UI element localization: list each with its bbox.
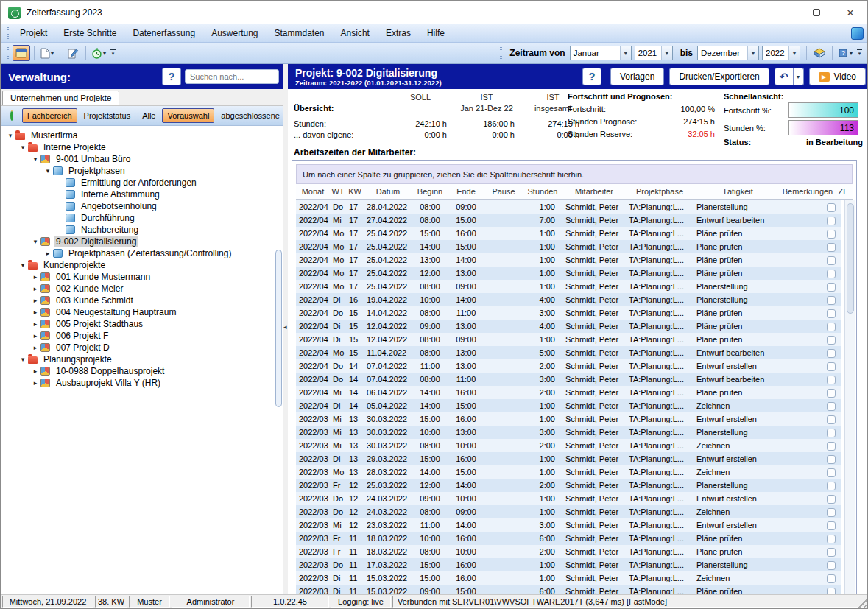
help-button[interactable]: ?	[582, 68, 601, 85]
tree-item[interactable]: Ermittlung der Anforderungen	[1, 177, 283, 189]
tree-expander-icon[interactable]	[30, 332, 40, 339]
tree-expander-icon[interactable]	[18, 144, 28, 151]
drucken-exportieren-button[interactable]: Drucken/Exportieren	[669, 68, 769, 85]
menu-item[interactable]: Stammdaten	[267, 26, 333, 41]
tree-expander-icon[interactable]	[30, 309, 40, 316]
filter-button[interactable]: Alle	[137, 108, 160, 123]
stopwatch-button[interactable]: ▾	[90, 45, 107, 61]
column-header[interactable]: Stunden	[523, 187, 562, 196]
new-document-button[interactable]: ▾	[38, 45, 56, 61]
tree-expander-icon[interactable]	[5, 132, 15, 139]
table-row[interactable]: 2022/04 Do 14 07.04.2022 08:00 11:00 3:0…	[296, 373, 841, 386]
chevron-down-icon[interactable]: ▾	[620, 46, 631, 60]
edit-document-button[interactable]	[64, 45, 82, 61]
zl-checkbox[interactable]	[827, 323, 836, 331]
table-row[interactable]: 2022/03 Mi 12 23.03.2022 11:00 14:00 3:0…	[296, 518, 841, 532]
menu-item[interactable]: Extras	[378, 26, 419, 41]
table-row[interactable]: 2022/04 Mi 17 27.04.2022 08:00 15:00 7:0…	[296, 214, 841, 227]
chevron-down-icon[interactable]: ▾	[661, 46, 672, 60]
tree-item[interactable]: 005 Projekt Stadthaus	[1, 318, 283, 330]
table-row[interactable]: 2022/03 Mi 13 30.03.2022 10:00 13:00 3:0…	[296, 426, 841, 439]
table-row[interactable]: 2022/04 Do 15 14.04.2022 08:00 11:00 3:0…	[296, 306, 841, 320]
table-row[interactable]: 2022/03 Mi 13 30.03.2022 15:00 16:00 1:0…	[296, 412, 841, 426]
column-header[interactable]: WT	[330, 187, 346, 196]
column-header[interactable]: Projektphase	[626, 187, 694, 196]
column-header[interactable]: Pause	[484, 187, 523, 196]
zl-checkbox[interactable]	[827, 442, 836, 451]
help-button[interactable]: ?	[162, 68, 181, 85]
zl-checkbox[interactable]	[827, 561, 836, 570]
column-header[interactable]: Tätigkeit	[694, 187, 782, 196]
table-row[interactable]: 2022/04 Di 16 19.04.2022 10:00 14:00 4:0…	[296, 293, 841, 306]
menu-overflow-icon[interactable]	[851, 27, 864, 40]
zl-checkbox[interactable]	[827, 415, 836, 424]
zl-checkbox[interactable]	[827, 468, 836, 477]
tree-item[interactable]: Angebotseinholung	[1, 200, 283, 212]
filter-button[interactable]: Projektstatus	[79, 108, 136, 123]
table-row[interactable]: 2022/04 Mo 15 11.04.2022 08:00 13:00 5:0…	[296, 346, 841, 359]
calendar-card-button[interactable]	[13, 45, 30, 61]
zl-checkbox[interactable]	[827, 203, 836, 212]
help-book-button[interactable]: ? ▾	[836, 45, 854, 61]
table-row[interactable]: 2022/04 Mi 14 06.04.2022 14:00 16:00 2:0…	[296, 386, 841, 399]
tree-expander-icon[interactable]	[30, 320, 40, 328]
table-row[interactable]: 2022/04 Mo 17 25.04.2022 14:00 15:00 1:0…	[296, 240, 841, 253]
zl-checkbox[interactable]	[827, 349, 836, 358]
tree-expander-icon[interactable]	[18, 261, 28, 269]
table-row[interactable]: 2022/03 Do 11 17.03.2022 15:00 16:00 1:0…	[296, 558, 841, 571]
zl-checkbox[interactable]	[827, 230, 836, 239]
filter-button[interactable]: Vorauswahl	[162, 108, 214, 123]
scrollbar-thumb[interactable]	[847, 203, 854, 314]
table-row[interactable]: 2022/03 Mi 13 30.03.2022 08:00 10:00 2:0…	[296, 439, 841, 452]
tree-expander-icon[interactable]	[30, 297, 40, 304]
zl-checkbox[interactable]	[827, 389, 836, 398]
chevron-down-icon[interactable]: ▾	[788, 46, 800, 60]
toolbar-overflow-button[interactable]: ▾	[108, 46, 118, 60]
zl-checkbox[interactable]	[827, 429, 836, 437]
zl-checkbox[interactable]	[827, 336, 836, 345]
tree-item[interactable]: 003 Kunde Schmidt	[1, 295, 283, 306]
table-row[interactable]: 2022/03 Do 12 24.03.2022 09:00 10:00 1:0…	[296, 492, 841, 505]
toolbar-grip[interactable]	[7, 27, 9, 39]
tree-expander-icon[interactable]	[43, 167, 53, 175]
tree-item[interactable]: Interne Abstimmung	[1, 189, 283, 200]
table-row[interactable]: 2022/04 Di 15 12.04.2022 09:00 13:00 4:0…	[296, 320, 841, 333]
table-row[interactable]: 2022/03 Do 12 24.03.2022 08:00 09:00 1:0…	[296, 505, 841, 518]
zl-checkbox[interactable]	[827, 376, 836, 384]
zl-checkbox[interactable]	[827, 482, 836, 490]
column-header[interactable]: Bemerkungen	[782, 187, 833, 196]
zl-checkbox[interactable]	[827, 296, 836, 305]
zl-checkbox[interactable]	[827, 535, 836, 543]
maximize-button[interactable]	[800, 1, 833, 24]
table-row[interactable]: 2022/04 Mo 17 25.04.2022 15:00 16:00 1:0…	[296, 227, 841, 240]
undo-button[interactable]: ↶	[775, 68, 794, 85]
tree-item[interactable]: 9-002 Digitalisierung	[1, 236, 283, 247]
column-header[interactable]: KW	[346, 187, 364, 196]
menu-item[interactable]: Datenerfassung	[124, 26, 203, 41]
to-month-combo[interactable]: Dezember ▾	[697, 46, 759, 60]
tree-scrollbar[interactable]	[275, 250, 282, 407]
vorlagen-button[interactable]: Vorlagen	[610, 68, 664, 85]
table-scrollbar[interactable]	[844, 200, 855, 609]
tree-item[interactable]: Durchführung	[1, 212, 283, 224]
menu-item[interactable]: Hilfe	[419, 26, 453, 41]
tree-expander-icon[interactable]	[30, 344, 40, 351]
menu-item[interactable]: Erste Schritte	[55, 26, 124, 41]
toolbar-overflow-button[interactable]: ▾	[855, 46, 864, 60]
from-month-combo[interactable]: Januar ▾	[570, 46, 632, 60]
menu-item[interactable]: Auswertung	[203, 26, 266, 41]
collapse-arrow-icon[interactable]: ◂	[283, 323, 287, 331]
table-row[interactable]: 2022/04 Mo 17 25.04.2022 13:00 14:00 1:0…	[296, 253, 841, 267]
toolbar-grip[interactable]	[500, 47, 502, 59]
column-header[interactable]: Ende	[448, 187, 484, 196]
zl-checkbox[interactable]	[827, 243, 836, 252]
table-row[interactable]: 2022/04 Mo 17 25.04.2022 12:00 13:00 1:0…	[296, 267, 841, 280]
tree-expander-icon[interactable]	[30, 238, 40, 245]
tree-item[interactable]: Projektphasen	[1, 165, 283, 177]
tree-item[interactable]: 9-001 Umbau Büro	[1, 153, 283, 165]
table-row[interactable]: 2022/04 Di 14 05.04.2022 14:00 15:00 1:0…	[296, 399, 841, 412]
to-year-combo[interactable]: 2022 ▾	[762, 46, 800, 60]
tree-item[interactable]: Musterfirma	[1, 130, 283, 141]
tree-item[interactable]: Kundenprojekte	[1, 259, 283, 271]
zl-checkbox[interactable]	[827, 508, 836, 517]
